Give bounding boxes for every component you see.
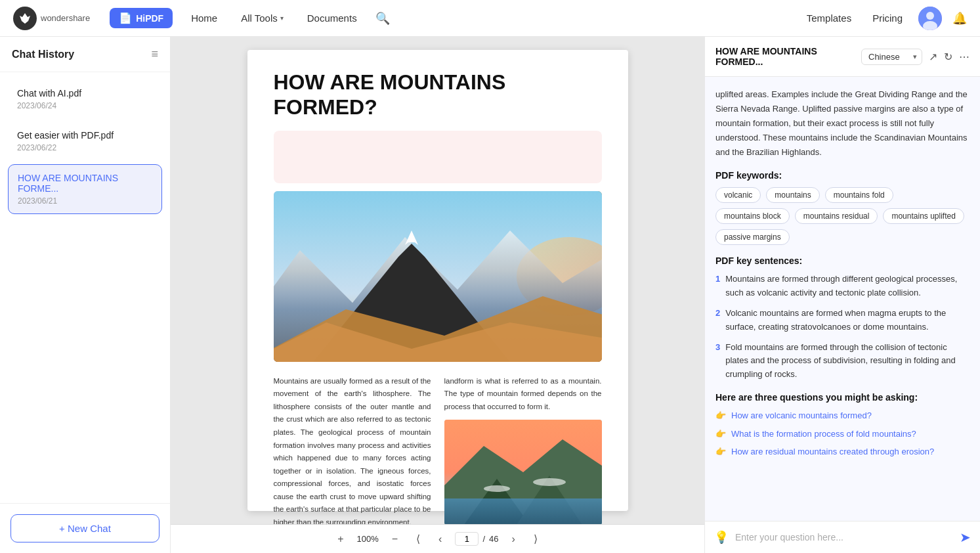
logo-wondershare[interactable]: wondershare [13, 7, 90, 30]
keyword-tag[interactable]: mountains residual [795, 208, 878, 224]
right-panel-header: HOW ARE MOUNTAINS FORMED... Chinese Engl… [705, 37, 980, 77]
questions-section-title: Here are three questions you might be as… [715, 392, 969, 403]
nav-right-section: Templates Pricing 🔔 [801, 7, 967, 30]
chat-item-date: 2023/06/22 [17, 143, 153, 152]
sidebar: Chat History ≡ Chat with AI.pdf 2023/06/… [0, 37, 171, 553]
hipdf-icon: 📄 [119, 12, 132, 24]
key-sentence-2: 2 Volcanic mountains are formed when mag… [715, 307, 969, 334]
key-sentences-container: 1 Mountains are formed through different… [715, 273, 969, 382]
nav-all-tools[interactable]: All Tools ▾ [236, 10, 289, 26]
chat-item-title: Get easier with PDF.pdf [17, 130, 153, 141]
lightbulb-icon: 💡 [714, 530, 729, 544]
chat-item-title: HOW ARE MOUNTAINS FORME... [18, 173, 152, 194]
page-indicator: 1 / 46 [455, 532, 498, 546]
chat-item-date: 2023/06/24 [17, 101, 153, 110]
search-icon[interactable]: 🔍 [375, 11, 390, 26]
sidebar-footer: + New Chat [0, 503, 170, 553]
keyword-tag[interactable]: mountains uplifted [883, 208, 964, 224]
sentence-num-3: 3 [715, 341, 720, 382]
page-separator: / [482, 534, 485, 544]
question-emoji-3: 👉 [715, 445, 726, 458]
pdf-col-right: landform is what is referred to as a mou… [444, 375, 602, 524]
nav-templates[interactable]: Templates [801, 10, 857, 26]
zoom-level: 100% [357, 534, 379, 544]
zoom-in-button[interactable]: + [332, 531, 349, 548]
question-item-1[interactable]: 👉 How are volcanic mountains formed? [715, 409, 969, 422]
pdf-page: HOW ARE MOUNTAINS FORMED? [247, 50, 628, 511]
question-item-3[interactable]: 👉 How are residual mountains created thr… [715, 445, 969, 458]
svg-point-15 [533, 478, 566, 486]
send-message-button[interactable]: ➤ [960, 529, 971, 545]
pdf-text-body: Mountains are usually formed as a result… [274, 375, 602, 524]
question-item-2[interactable]: 👉 What is the formation process of fold … [715, 428, 969, 441]
pdf-toolbar: + 100% − ⟨ ‹ 1 / 46 › ⟩ [171, 524, 704, 553]
keyword-tag[interactable]: passive margins [715, 229, 790, 245]
pdf-page-content: HOW ARE MOUNTAINS FORMED? [171, 37, 704, 524]
keyword-tag[interactable]: volcanic [715, 187, 761, 203]
sidebar-items-list: Chat with AI.pdf 2023/06/24 Get easier w… [0, 72, 170, 503]
language-selector-wrapper[interactable]: Chinese English Japanese [861, 49, 922, 65]
language-select[interactable]: Chinese English Japanese [861, 49, 922, 65]
collapse-sidebar-icon[interactable]: ≡ [151, 47, 158, 61]
pdf-mountain-image-main [274, 191, 602, 362]
sentence-num-2: 2 [715, 307, 720, 334]
nav-home[interactable]: Home [186, 10, 223, 26]
keyword-tag[interactable]: mountains [766, 187, 819, 203]
right-panel-footer: 💡 ➤ [705, 521, 980, 553]
page-number-input[interactable]: 1 [455, 532, 479, 546]
top-navigation: wondershare 📄 HiPDF Home All Tools ▾ Doc… [0, 0, 980, 37]
notification-bell-icon[interactable]: 🔔 [952, 11, 967, 26]
sentence-text-1: Mountains are formed through different g… [725, 273, 969, 300]
prev-page-button[interactable]: ‹ [433, 531, 447, 548]
user-avatar[interactable] [918, 7, 942, 30]
question-emoji-1: 👉 [715, 409, 726, 422]
pdf-body-text-2: landform is what is referred to as a mou… [444, 375, 602, 414]
key-sentence-1: 1 Mountains are formed through different… [715, 273, 969, 300]
right-panel-content: uplifted areas. Examples include the Gre… [705, 77, 980, 521]
wondershare-label: wondershare [41, 13, 90, 23]
sentence-text-3: Fold mountains are formed through the co… [725, 341, 969, 382]
sidebar-item-chat2[interactable]: Get easier with PDF.pdf 2023/06/22 [8, 122, 162, 160]
next-page-button[interactable]: › [507, 531, 521, 548]
pdf-mountain-image-small [444, 420, 602, 524]
keywords-section-title: PDF keywords: [715, 170, 969, 181]
sidebar-item-chat1[interactable]: Chat with AI.pdf 2023/06/24 [8, 80, 162, 118]
pdf-body-text-1: Mountains are usually formed as a result… [274, 375, 431, 524]
chat-item-date: 2023/06/21 [18, 196, 152, 206]
keyword-tag[interactable]: mountains block [715, 208, 790, 224]
key-sentence-3: 3 Fold mountains are formed through the … [715, 341, 969, 382]
questions-section: Here are three questions you might be as… [715, 392, 969, 458]
pdf-viewer: HOW ARE MOUNTAINS FORMED? [171, 37, 704, 553]
question-emoji-2: 👉 [715, 428, 726, 441]
chat-question-input[interactable] [735, 532, 953, 542]
sentences-section-title: PDF key sentences: [715, 255, 969, 266]
download-icon[interactable]: ↗ [929, 51, 937, 63]
hipdf-button[interactable]: 📄 HiPDF [110, 8, 173, 28]
refresh-icon[interactable]: ↻ [944, 51, 952, 63]
keyword-tag[interactable]: mountains fold [825, 187, 893, 203]
nav-pricing[interactable]: Pricing [867, 10, 908, 26]
pdf-highlight-box [274, 131, 602, 183]
question-text-3: How are residual mountains created throu… [731, 445, 934, 458]
chat-item-title: Chat with AI.pdf [17, 88, 153, 99]
sentence-text-2: Volcanic mountains are formed when magma… [725, 307, 969, 334]
svg-point-14 [484, 485, 510, 492]
hipdf-label: HiPDF [136, 13, 163, 24]
nav-documents[interactable]: Documents [302, 10, 362, 26]
pdf-col-left: Mountains are usually formed as a result… [274, 375, 431, 524]
pdf-document-title: HOW ARE MOUNTAINS FORMED? [274, 70, 602, 120]
question-text-2: What is the formation process of fold mo… [731, 428, 916, 441]
first-page-button[interactable]: ⟨ [411, 530, 425, 548]
right-panel: HOW ARE MOUNTAINS FORMED... Chinese Engl… [704, 37, 980, 553]
new-chat-button[interactable]: + New Chat [11, 514, 160, 542]
last-page-button[interactable]: ⟩ [528, 530, 543, 548]
zoom-out-button[interactable]: − [387, 531, 403, 548]
sidebar-item-chat3[interactable]: HOW ARE MOUNTAINS FORME... 2023/06/21 [8, 164, 162, 214]
sidebar-header: Chat History ≡ [0, 37, 170, 72]
total-pages: 46 [489, 534, 498, 544]
chevron-down-icon: ▾ [280, 14, 284, 22]
share-icon[interactable]: ⋯ [959, 51, 969, 63]
sentence-num-1: 1 [715, 273, 720, 300]
all-tools-label: All Tools [241, 12, 278, 24]
sidebar-title: Chat History [12, 49, 74, 60]
